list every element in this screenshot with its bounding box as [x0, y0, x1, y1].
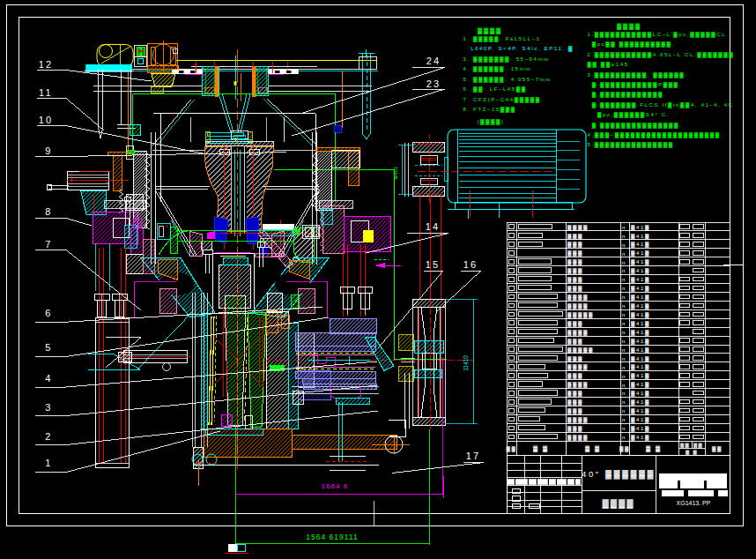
svg-text:n: n — [622, 435, 625, 440]
svg-text:16: 16 — [463, 259, 478, 270]
svg-text:▓▓: ▓▓ — [507, 446, 517, 452]
svg-text:▓41▓: ▓41▓ — [631, 356, 650, 362]
svg-text:▓41▓: ▓41▓ — [631, 339, 650, 345]
svg-text:1: 1 — [45, 458, 52, 468]
svg-text:5.▓▓▓▓▓▓▓▓▓▓▓▓▓▓▓.: 5.▓▓▓▓▓▓▓▓▓▓▓▓▓▓▓. — [588, 142, 677, 148]
svg-text:3: 3 — [45, 402, 52, 413]
svg-text:40″ ▓▓▓▓▓▓: 40″ ▓▓▓▓▓▓ — [582, 469, 656, 480]
svg-text:2: 2 — [45, 431, 52, 442]
svg-text:n: n — [622, 242, 625, 248]
svg-text:▓41▓: ▓41▓ — [631, 277, 650, 283]
svg-text:7: 7 — [45, 239, 52, 250]
svg-text:▓ ▓: ▓ ▓ — [686, 450, 698, 456]
svg-text:▓41▓: ▓41▓ — [631, 250, 650, 257]
svg-text:9: 9 — [45, 145, 52, 156]
svg-text:▓41▓: ▓41▓ — [631, 330, 650, 336]
svg-text:▓41▓: ▓41▓ — [631, 408, 650, 414]
svg-text:8: 8 — [45, 206, 52, 217]
svg-text:n: n — [622, 268, 625, 273]
svg-text:▓▓▓▓▓: ▓▓▓▓▓ — [567, 312, 594, 318]
svg-text:▓41▓: ▓41▓ — [631, 268, 650, 274]
svg-text:▓41▓: ▓41▓ — [631, 417, 650, 423]
svg-text:▓ ▓: ▓ ▓ — [585, 445, 601, 452]
svg-text:▓▓▓▓: ▓▓▓▓ — [602, 498, 634, 509]
svg-text:4. ▓▓▓▓▓▓: 15mm: 4. ▓▓▓▓▓▓: 15mm — [463, 66, 531, 72]
svg-text:▓▓▓: ▓▓▓ — [567, 339, 583, 345]
svg-text:▓▓▓: ▓▓▓ — [567, 321, 583, 327]
svg-text:▓▓▓: ▓▓▓ — [567, 286, 583, 292]
svg-text:10: 10 — [39, 115, 54, 125]
svg-text:▓.▓▓▓▓▓▓▓▓▓▓▓P▓▓▓.: ▓.▓▓▓▓▓▓▓▓▓▓▓P▓▓▓. — [592, 82, 682, 88]
svg-text:n: n — [622, 260, 625, 265]
svg-text:▓41▓: ▓41▓ — [631, 286, 650, 292]
svg-text:L640P, S<4P, S4Ic, EP11, ▓: L640P, S<4P, S4Ic, EP11, ▓ — [471, 46, 574, 52]
svg-text:▓▓▓: ▓▓▓ — [567, 426, 583, 432]
svg-text:24: 24 — [426, 56, 441, 66]
svg-text:▓41▓: ▓41▓ — [631, 364, 650, 370]
svg-text:▓41▓: ▓41▓ — [631, 373, 650, 379]
svg-text:▓▓▓▓: ▓▓▓▓ — [478, 27, 502, 34]
svg-text:n: n — [622, 417, 625, 422]
svg-text:▓41▓: ▓41▓ — [631, 242, 650, 248]
svg-text:n: n — [622, 408, 625, 414]
svg-text:▓▓▓▓: ▓▓▓▓ — [567, 294, 589, 301]
svg-text:n: n — [622, 294, 625, 300]
svg-text:n: n — [622, 374, 625, 379]
svg-text:1564 619111: 1564 619111 — [306, 533, 358, 541]
svg-text:▓▓▓▓: ▓▓▓▓ — [567, 364, 589, 370]
svg-text:▓▓: ▓▓ — [619, 446, 630, 452]
svg-text:n: n — [622, 391, 625, 396]
svg-text:▓▓▓▓: ▓▓▓▓ — [567, 435, 589, 441]
svg-text:▓41▓: ▓41▓ — [631, 312, 650, 318]
svg-text:n: n — [622, 225, 625, 230]
svg-text:n: n — [622, 234, 625, 239]
svg-text:▓▓▓▓: ▓▓▓▓ — [567, 382, 589, 388]
svg-text:5. ▓▓▓▓▓▓: 4.055–7mm: 5. ▓▓▓▓▓▓: 4.055–7mm — [463, 77, 552, 83]
svg-text:1. ▓▓▓▓▓: F≤L5LL–1: 1. ▓▓▓▓▓: F≤L5LL–1 — [463, 36, 541, 42]
svg-text:n: n — [622, 356, 625, 361]
svg-text:n: n — [622, 303, 625, 309]
svg-text:n: n — [622, 251, 625, 257]
svg-text:n: n — [622, 399, 625, 405]
svg-text:▓▓▓▓: ▓▓▓▓ — [617, 23, 641, 30]
svg-text:▓▓▓: ▓▓▓ — [567, 277, 583, 283]
svg-text:▓.▓▓▓▓▓▓▓ FLCS If▓in▓▓4, 41–4,: ▓.▓▓▓▓▓▓▓ FLCS If▓in▓▓4, 41–4, 4C — [592, 102, 734, 108]
svg-text:▓ ▓: ▓ ▓ — [646, 445, 662, 452]
svg-text:(▓▓▓▓): (▓▓▓▓) — [477, 119, 504, 125]
svg-text:▓.▓▓▓▓▓▓▓▓▓▓▓▓▓▓▓.: ▓.▓▓▓▓▓▓▓▓▓▓▓▓▓▓▓. — [592, 123, 682, 129]
svg-text:▓pc▓▓ ▓▓▓▓▓▓▓▓▓▓.: ▓pc▓▓ ▓▓▓▓▓▓▓▓▓▓. — [592, 41, 675, 48]
svg-text:3. ▓▓▓▓▓▓▓: 55–64mm: 3. ▓▓▓▓▓▓▓: 55–64mm — [463, 56, 550, 63]
svg-text:n: n — [622, 277, 625, 282]
svg-text:23: 23 — [426, 78, 441, 89]
svg-text:n: n — [622, 339, 625, 344]
svg-text:n: n — [622, 347, 625, 353]
svg-text:▓▓▓: ▓▓▓ — [567, 373, 583, 379]
svg-text:▓▓▓▓: ▓▓▓▓ — [567, 225, 589, 231]
svg-text:XG1413. PP: XG1413. PP — [677, 500, 711, 506]
svg-text:n: n — [622, 330, 625, 335]
svg-text:6. ▓▓: LF–L45▓▓.: 6. ▓▓: LF–L45▓▓. — [463, 86, 530, 93]
svg-text:▓41▓: ▓41▓ — [631, 321, 650, 327]
svg-text:▓▓▓▓: ▓▓▓▓ — [567, 330, 589, 336]
svg-text:▓▓▓: ▓▓▓ — [567, 234, 583, 240]
svg-text:▓▓▓: ▓▓▓ — [567, 242, 583, 248]
svg-text:▓41▓: ▓41▓ — [631, 391, 650, 397]
svg-text:▓▓▓▓: ▓▓▓▓ — [567, 417, 589, 423]
svg-text:▓41▓: ▓41▓ — [631, 225, 650, 231]
svg-text:▓pc,▓▓▓▓▓▓S4° C.: ▓pc,▓▓▓▓▓▓S4° C. — [597, 112, 670, 118]
svg-text:▓▓: ▓▓ — [693, 443, 703, 449]
svg-text:▓41▓: ▓41▓ — [631, 234, 650, 240]
svg-text:▓▓▓: ▓▓▓ — [567, 250, 583, 257]
svg-text:▓41▓: ▓41▓ — [631, 347, 650, 354]
svg-text:▓41▓: ▓41▓ — [631, 382, 650, 388]
svg-text:▓41▓: ▓41▓ — [631, 399, 650, 406]
svg-text:n: n — [622, 365, 625, 370]
svg-text:▓▓▓: ▓▓▓ — [567, 408, 583, 414]
svg-text:3.▓▓▓▓▓▓▓▓▓▓, ▓▓▓▓▓▓:: 3.▓▓▓▓▓▓▓▓▓▓, ▓▓▓▓▓▓: — [588, 72, 688, 78]
svg-text:12: 12 — [39, 59, 54, 70]
svg-text:▓41▓: ▓41▓ — [631, 259, 650, 265]
svg-text:n: n — [622, 321, 625, 326]
svg-text:▓.▓▓▓▓▓▓▓▓▓▓▓▓.: ▓.▓▓▓▓▓▓▓▓▓▓▓▓. — [592, 92, 667, 98]
svg-text:▓41▓: ▓41▓ — [631, 294, 650, 301]
svg-text:n: n — [622, 383, 625, 388]
